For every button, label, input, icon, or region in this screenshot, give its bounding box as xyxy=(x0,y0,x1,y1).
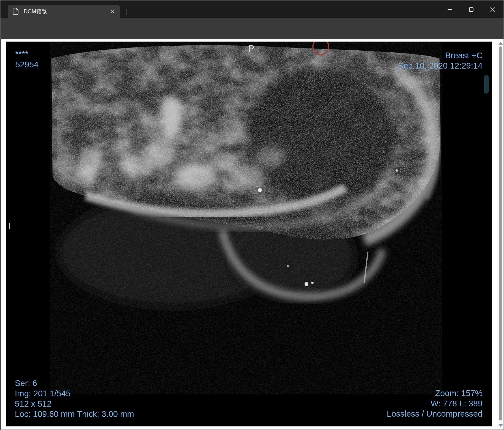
study-description-overlay: Breast +C xyxy=(445,50,483,61)
triangle-down-icon xyxy=(498,424,503,427)
maximize-icon xyxy=(469,7,474,12)
patient-id-overlay: 52954 xyxy=(15,59,38,70)
minimize-icon xyxy=(447,7,452,12)
slice-location: Loc: 109.60 mm Thick: 3.00 mm xyxy=(15,409,134,419)
orientation-marker-left: L xyxy=(8,221,13,232)
scroll-down-button[interactable] xyxy=(497,422,504,429)
file-icon xyxy=(12,8,19,16)
series-info-block: Ser: 6 Img: 201 1/545 512 x 512 Loc: 109… xyxy=(15,378,134,419)
tab-title: DCM预览 xyxy=(24,8,108,15)
tab-close-button[interactable] xyxy=(108,8,117,16)
plus-icon xyxy=(124,9,130,15)
orientation-marker-posterior: P xyxy=(248,44,254,54)
scrollbar-thumb[interactable] xyxy=(499,46,502,421)
window-level: W: 778 L: 389 xyxy=(387,398,483,409)
titlebar: DCM预览 xyxy=(0,0,504,18)
display-info-block: Zoom: 157% W: 778 L: 389 Lossless / Unco… xyxy=(387,388,483,419)
compression-info: Lossless / Uncompressed xyxy=(387,409,483,419)
dicom-canvas[interactable]: **** 52954 Breast +C Sep 10, 2020 12:29:… xyxy=(6,42,492,426)
browser-window: DCM预览 xyxy=(0,0,504,430)
image-matrix: 512 x 512 xyxy=(15,398,134,409)
image-number: Img: 201 1/545 xyxy=(15,388,134,398)
new-tab-button[interactable] xyxy=(122,8,131,16)
slice-indicator[interactable] xyxy=(484,75,489,94)
close-window-button[interactable] xyxy=(482,0,504,18)
page-scrollbar[interactable] xyxy=(497,39,504,430)
patient-name-overlay: **** xyxy=(15,49,28,59)
close-icon xyxy=(110,9,115,14)
tab-dcm-preview[interactable]: DCM预览 xyxy=(8,5,120,18)
close-icon xyxy=(490,7,496,12)
series-number: Ser: 6 xyxy=(15,378,134,388)
scroll-up-button[interactable] xyxy=(497,40,504,46)
maximize-button[interactable] xyxy=(460,0,482,18)
window-controls xyxy=(439,0,504,18)
page-body: **** 52954 Breast +C Sep 10, 2020 12:29:… xyxy=(1,39,504,430)
zoom-level: Zoom: 157% xyxy=(387,388,483,398)
triangle-up-icon xyxy=(498,42,503,45)
mri-image xyxy=(6,42,492,426)
toolbar: https://file.kkview.cn/onlinePreview?url… xyxy=(0,18,504,39)
study-datetime-overlay: Sep 10, 2020 12:29:14 xyxy=(398,61,483,71)
minimize-button[interactable] xyxy=(439,0,460,18)
